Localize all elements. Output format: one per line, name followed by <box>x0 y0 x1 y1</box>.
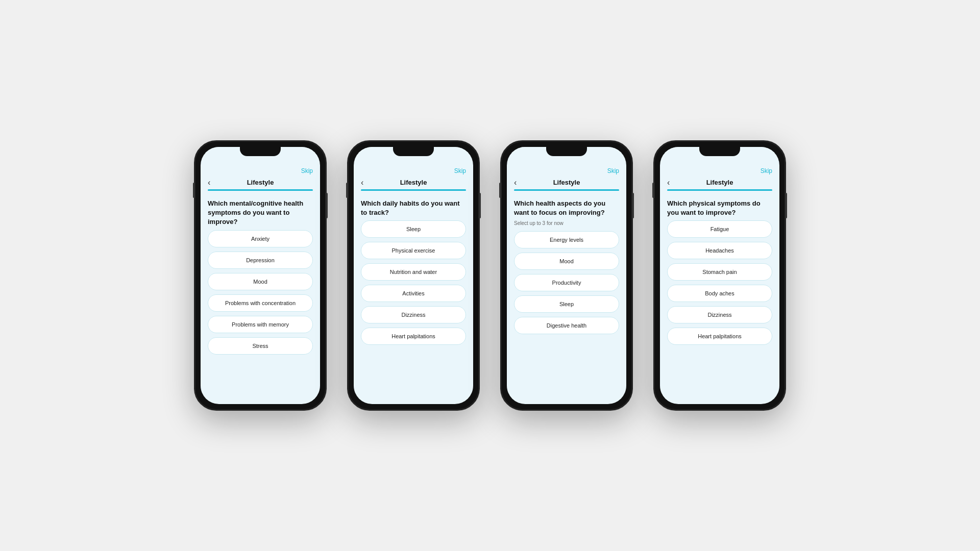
status-bar-2: Skip <box>507 153 626 177</box>
screen-content-2: Which health aspects do you want to focu… <box>507 191 626 404</box>
phone-screen-3: Skip ‹ Lifestyle Which physical symptoms… <box>660 147 779 404</box>
phone-screen-2: Skip ‹ Lifestyle Which health aspects do… <box>507 147 626 404</box>
notch-area-3 <box>660 147 779 153</box>
status-bar-3: Skip <box>660 153 779 177</box>
option-btn-1-2[interactable]: Nutrition and water <box>361 263 466 281</box>
option-btn-2-0[interactable]: Energy levels <box>514 231 619 248</box>
option-btn-0-5[interactable]: Stress <box>208 337 313 355</box>
option-btn-0-4[interactable]: Problems with memory <box>208 316 313 333</box>
option-btn-3-4[interactable]: Dizziness <box>667 306 772 323</box>
nav-bar-0: ‹ Lifestyle <box>201 177 320 189</box>
option-btn-3-1[interactable]: Headaches <box>667 242 772 259</box>
screen-content-3: Which physical symptoms do you want to i… <box>660 191 779 404</box>
skip-button-0[interactable]: Skip <box>301 167 313 174</box>
back-button-2[interactable]: ‹ <box>514 178 517 187</box>
phone-screen-1: Skip ‹ Lifestyle Which daily habits do y… <box>354 147 473 404</box>
notch-area-2 <box>507 147 626 153</box>
phone-screen-0: Skip ‹ Lifestyle Which mental/cognitive … <box>201 147 320 404</box>
option-btn-0-0[interactable]: Anxiety <box>208 230 313 247</box>
option-btn-2-4[interactable]: Digestive health <box>514 317 619 334</box>
notch-3 <box>699 147 740 156</box>
nav-title-2: Lifestyle <box>553 179 580 186</box>
back-button-0[interactable]: ‹ <box>208 178 210 187</box>
notch-1 <box>393 147 434 156</box>
question-text-3: Which physical symptoms do you want to i… <box>667 199 772 217</box>
question-text-1: Which daily habits do you want to track? <box>361 199 466 217</box>
option-btn-3-5[interactable]: Heart palpitations <box>667 328 772 345</box>
option-btn-3-3[interactable]: Body aches <box>667 285 772 302</box>
option-btn-1-3[interactable]: Activities <box>361 285 466 302</box>
option-btn-3-0[interactable]: Fatigue <box>667 220 772 238</box>
sub-text-2: Select up to 3 for now <box>514 220 619 226</box>
option-btn-1-0[interactable]: Sleep <box>361 220 466 238</box>
nav-bar-3: ‹ Lifestyle <box>660 177 779 189</box>
notch-area-0 <box>201 147 320 153</box>
nav-title-3: Lifestyle <box>706 179 733 186</box>
notch-0 <box>240 147 281 156</box>
nav-bar-1: ‹ Lifestyle <box>354 177 473 189</box>
option-btn-2-1[interactable]: Mood <box>514 253 619 270</box>
phone-2: Skip ‹ Lifestyle Which daily habits do y… <box>347 140 480 411</box>
option-btn-1-4[interactable]: Dizziness <box>361 306 466 323</box>
notch-area-1 <box>354 147 473 153</box>
screen-content-0: Which mental/cognitive health symptoms d… <box>201 191 320 404</box>
nav-bar-2: ‹ Lifestyle <box>507 177 626 189</box>
option-btn-0-3[interactable]: Problems with concentration <box>208 294 313 312</box>
question-text-0: Which mental/cognitive health symptoms d… <box>208 199 313 227</box>
option-btn-1-5[interactable]: Heart palpitations <box>361 328 466 345</box>
option-btn-2-2[interactable]: Productivity <box>514 274 619 291</box>
nav-title-0: Lifestyle <box>247 179 274 186</box>
notch-2 <box>546 147 587 156</box>
status-bar-0: Skip <box>201 153 320 177</box>
phone-1: Skip ‹ Lifestyle Which mental/cognitive … <box>194 140 327 411</box>
option-btn-1-1[interactable]: Physical exercise <box>361 242 466 259</box>
status-bar-1: Skip <box>354 153 473 177</box>
phones-container: Skip ‹ Lifestyle Which mental/cognitive … <box>194 140 786 411</box>
skip-button-3[interactable]: Skip <box>761 167 772 174</box>
option-btn-0-1[interactable]: Depression <box>208 252 313 269</box>
option-btn-0-2[interactable]: Mood <box>208 273 313 290</box>
skip-button-2[interactable]: Skip <box>607 167 619 174</box>
phone-3: Skip ‹ Lifestyle Which health aspects do… <box>500 140 633 411</box>
phone-4: Skip ‹ Lifestyle Which physical symptoms… <box>653 140 786 411</box>
skip-button-1[interactable]: Skip <box>454 167 466 174</box>
option-btn-2-3[interactable]: Sleep <box>514 295 619 313</box>
option-btn-3-2[interactable]: Stomach pain <box>667 263 772 281</box>
screen-content-1: Which daily habits do you want to track?… <box>354 191 473 404</box>
back-button-1[interactable]: ‹ <box>361 178 363 187</box>
nav-title-1: Lifestyle <box>400 179 427 186</box>
back-button-3[interactable]: ‹ <box>667 178 670 187</box>
question-text-2: Which health aspects do you want to focu… <box>514 199 619 217</box>
